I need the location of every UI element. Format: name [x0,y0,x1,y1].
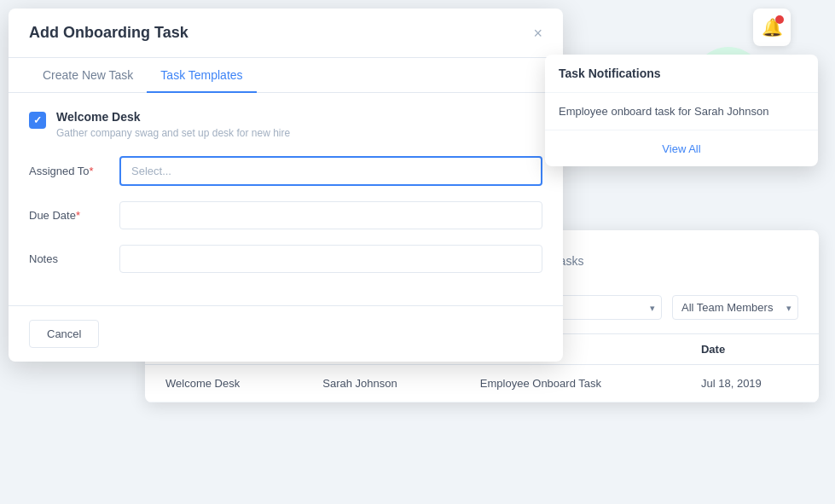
modal-title: Add Onboarding Task [29,24,188,42]
notif-header: Task Notifications [545,55,818,93]
modal-footer: Cancel [9,305,563,362]
modal-dialog: Add Onboarding Task × Create New Task Ta… [9,9,563,362]
modal-tabs: Create New Task Task Templates [9,58,563,93]
notes-row: Notes [29,245,542,273]
view-all-link[interactable]: View All [662,142,700,155]
due-date-label: Due Date* [29,209,106,222]
notification-bell[interactable]: 🔔 [753,9,791,46]
notes-input[interactable] [119,245,542,273]
notifications-popover: Task Notifications Employee onboard task… [545,55,818,166]
notes-label: Notes [29,252,106,265]
task-item: Welcome Desk Gather company swag and set… [29,110,542,139]
cell-type: Employee Onboard Task [460,365,681,403]
required-star-2: * [76,209,80,222]
due-date-input[interactable] [119,201,542,229]
all-members-filter[interactable]: All Team Members [672,295,798,320]
tab-task-templates[interactable]: Task Templates [147,58,256,92]
cell-date: Jul 18, 2019 [681,365,819,403]
due-date-row: Due Date* [29,201,542,229]
bell-dot [775,15,784,24]
notif-footer: View All [545,130,818,166]
cell-related-to: Sarah Johnson [302,365,460,403]
tab-create-new-task[interactable]: Create New Task [29,58,147,92]
task-info: Welcome Desk Gather company swag and set… [56,110,290,139]
assigned-to-input[interactable] [119,156,542,186]
assigned-to-row: Assigned To* [29,156,542,186]
assigned-to-label: Assigned To* [29,165,106,177]
modal-header: Add Onboarding Task × [9,9,563,58]
table-row: Welcome Desk Sarah Johnson Employee Onbo… [145,365,819,403]
notif-item: Employee onboard task for Sarah Johnson [545,93,818,130]
modal-body: Welcome Desk Gather company swag and set… [9,93,563,305]
all-members-filter-wrapper: All Team Members [672,295,798,320]
cancel-button[interactable]: Cancel [29,320,99,348]
task-description: Gather company swag and set up desk for … [56,127,290,139]
modal-close-button[interactable]: × [533,26,542,41]
task-title: Welcome Desk [56,110,290,124]
task-checkbox[interactable] [29,112,46,129]
col-date: Date [681,334,819,365]
cell-description: Welcome Desk [145,365,302,403]
required-star: * [90,165,94,177]
